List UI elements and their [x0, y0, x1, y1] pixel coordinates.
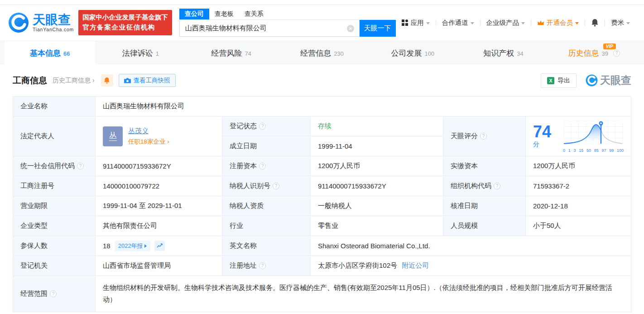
taxpayer-id-value: 91140000715933672Y — [311, 176, 443, 196]
history-business-info-link[interactable]: 历史工商信息 › — [53, 77, 95, 85]
tab-count: 230 — [334, 50, 344, 57]
caret-right-icon — [144, 244, 147, 248]
score-label: 天眼评分? — [443, 116, 526, 156]
section-title: 工商信息 — [13, 75, 47, 87]
tab-label: 公司发展 — [391, 48, 422, 58]
industry-value: 零售业 — [311, 216, 443, 236]
top-nav: 应用 合作通道 企业级产品 开通会员 — [396, 19, 636, 27]
grid-icon — [402, 19, 409, 26]
tab-count: 74 — [245, 50, 251, 57]
tab-business-risk[interactable]: 经营风险 74 — [186, 41, 277, 65]
tab-label: 知识产权 — [483, 48, 514, 58]
reg-authority-value: 山西省市场监督管理局 — [96, 256, 222, 276]
table-row: 企业名称 山西奥瑞生物材料有限公司 — [13, 97, 631, 116]
table-row: 登记机关 山西省市场监督管理局 注册地址? 太原市小店区学府街102号 附近公司 — [13, 256, 631, 276]
search-tab-boss[interactable]: 查老板 — [209, 9, 239, 19]
taxpayer-id-label: 纳税人识别号? — [222, 176, 311, 196]
tab-business-info[interactable]: 经营信息 230 — [277, 41, 367, 65]
trend-chart-icon[interactable] — [154, 241, 165, 251]
legal-rep-positions-link[interactable]: 任职18家企业 › — [128, 138, 169, 146]
reg-capital-value: 1200万人民币 — [311, 156, 443, 176]
nav-apps[interactable]: 应用 — [396, 19, 436, 27]
export-button-label: 导出 — [557, 77, 570, 85]
staff-size-value: 小于50人 — [526, 216, 631, 236]
help-icon[interactable]: ? — [259, 123, 266, 130]
clear-icon[interactable]: ✕ — [347, 25, 354, 32]
search-tabs: 查公司 查老板 查关系 — [179, 9, 396, 20]
snapshot-button[interactable]: 查看工商快照 — [119, 74, 176, 87]
score-cell: 74分 — [526, 116, 631, 156]
score-value: 74分 — [533, 124, 557, 149]
snapshot-button-label: 查看工商快照 — [134, 77, 170, 85]
nav-notifications[interactable] — [585, 19, 605, 27]
search-tab-relation[interactable]: 查关系 — [239, 9, 269, 19]
tab-label: 经营信息 — [300, 48, 331, 58]
top-divider — [0, 5, 644, 5]
help-icon[interactable]: ? — [259, 262, 266, 269]
nearby-companies-link[interactable]: 附近公司 — [402, 261, 429, 269]
chevron-down-icon — [575, 22, 579, 24]
score-chart-tick: 97 — [601, 148, 606, 153]
reg-address-value: 太原市小店区学府街102号 — [318, 261, 397, 269]
reg-status-value: 存续 — [311, 116, 443, 136]
tab-company-development[interactable]: 公司发展 100 — [367, 41, 458, 65]
help-icon[interactable]: ? — [50, 290, 57, 297]
approval-date-value: 2020-12-18 — [526, 196, 631, 216]
search-tab-company[interactable]: 查公司 — [179, 9, 209, 19]
export-button[interactable]: X 导出 — [541, 73, 577, 88]
subscribe-bell-button[interactable] — [101, 74, 113, 87]
business-info-table: 企业名称 山西奥瑞生物材料有限公司 法定代表人 丛 丛茂义 任职18家企业 › … — [13, 96, 631, 312]
tianyancha-swirl-icon — [586, 74, 598, 87]
annual-report-badge[interactable]: 2022年报 — [115, 241, 150, 251]
help-icon[interactable]: ? — [77, 163, 84, 169]
nav-partner[interactable]: 合作通道 — [436, 19, 480, 27]
paid-capital-value: 1200万人民币 — [526, 156, 631, 176]
tab-history-info[interactable]: VIP 历史信息 39 ? — [549, 41, 639, 65]
approval-date-label: 核准日期 — [443, 196, 526, 216]
help-icon[interactable]: ? — [613, 50, 620, 57]
tab-legal-proceedings[interactable]: 法律诉讼 1 — [95, 41, 186, 65]
tab-label: 基本信息 — [30, 48, 61, 58]
tab-label: 经营风险 — [211, 48, 242, 58]
nav-user[interactable]: 费米 — [605, 19, 636, 27]
search-input[interactable] — [179, 20, 360, 37]
legal-rep-label: 法定代表人 — [13, 116, 96, 156]
certification-line1: 国家中小企业发展子基金旗下 — [82, 13, 168, 23]
taxpayer-quality-label: 纳税人资质 — [222, 196, 311, 216]
insured-count-cell: 18 2022年报 — [96, 236, 222, 256]
certification-line2: 官方备案企业征信机构 — [82, 23, 168, 33]
reg-number-label: 工商注册号 — [13, 176, 96, 196]
tab-count: 34 — [517, 50, 523, 57]
help-icon[interactable]: ? — [273, 183, 279, 189]
table-row: 统一社会信用代码? 91140000715933672Y 注册资本? 1200万… — [13, 156, 631, 176]
logo-title: 天眼查 — [33, 13, 74, 26]
tab-count: 100 — [424, 50, 434, 57]
company-name-label: 企业名称 — [13, 97, 96, 116]
avatar-char: 丛 — [109, 131, 117, 141]
legal-rep-name-link[interactable]: 丛茂义 — [128, 127, 169, 135]
help-icon[interactable]: ? — [494, 183, 500, 189]
tab-intellectual-property[interactable]: 知识产权 34 — [458, 41, 548, 65]
tab-basic-info[interactable]: 基本信息 66 — [5, 41, 95, 65]
score-chart-tick: 15 — [579, 148, 583, 153]
staff-size-label: 人员规模 — [443, 216, 526, 236]
industry-label: 行业 — [222, 216, 311, 236]
score-chart-tick: 85 — [594, 148, 599, 153]
avatar[interactable]: 丛 — [103, 126, 123, 146]
nav-member[interactable]: 开通会员 — [531, 19, 585, 27]
chevron-down-icon — [626, 22, 630, 24]
reg-address-label: 注册地址? — [222, 256, 311, 276]
nav-enterprise[interactable]: 企业级产品 — [481, 19, 531, 27]
business-scope-label: 经营范围? — [13, 276, 96, 312]
reg-status-label: 登记状态? — [222, 116, 311, 136]
camera-icon — [124, 77, 131, 83]
tianyancha-logo[interactable]: 天眼查 TianYanCha.com — [8, 12, 74, 33]
vip-badge: VIP — [603, 43, 616, 49]
chevron-down-icon — [471, 22, 474, 24]
tab-label: 历史信息 — [568, 48, 599, 58]
reg-address-cell: 太原市小店区学府街102号 附近公司 — [311, 256, 631, 276]
help-icon[interactable]: ? — [480, 133, 487, 140]
search-button[interactable]: 天眼一下 — [360, 20, 396, 37]
help-icon[interactable]: ? — [259, 163, 266, 169]
table-row: 营业期限 1999-11-04 至 2029-11-01 纳税人资质 一般纳税人… — [13, 196, 631, 216]
